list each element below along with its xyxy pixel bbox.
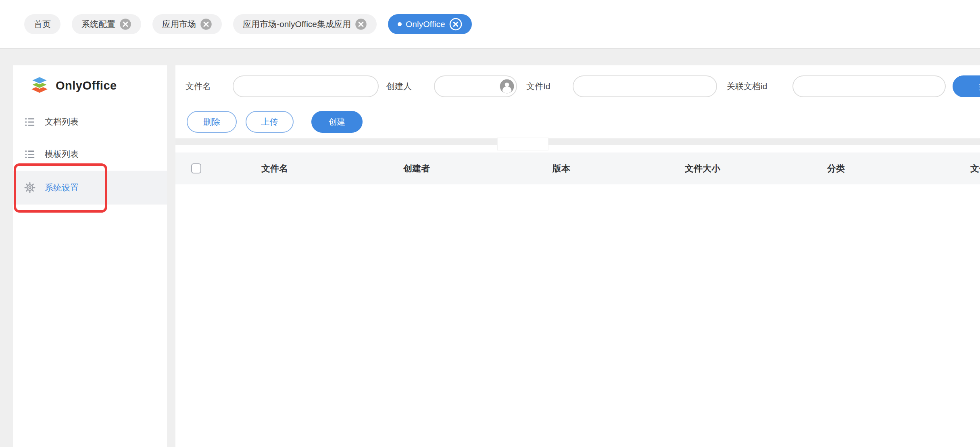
list-icon (24, 149, 35, 160)
tab-system-config[interactable]: 系统配置 (72, 14, 141, 34)
app-logo-text: OnlyOffice (56, 79, 117, 92)
close-icon[interactable] (355, 18, 367, 30)
main-panel: 文件名 创建人 文件Id 关联文档id 搜索 删除 上传 创建 文件名 创建者 (175, 65, 980, 447)
tab-home[interactable]: 首页 (24, 14, 60, 34)
onlyoffice-admin-page: 首页 系统配置 应用市场 应用市场-onlyOffice集成应用 OnlyOff… (0, 0, 980, 447)
filter-label-creator: 创建人 (386, 75, 412, 97)
upload-button[interactable]: 上传 (246, 111, 294, 133)
column-header-filesize: 文件大小 (685, 152, 720, 184)
sidebar-item-label: 文档列表 (45, 116, 79, 127)
creator-input[interactable] (434, 75, 517, 97)
sidebar: OnlyOffice 文档列表 模板列表 (13, 65, 167, 447)
create-button[interactable]: 创建 (311, 111, 363, 133)
search-button[interactable]: 搜索 (953, 75, 980, 97)
tab-label: 系统配置 (81, 19, 115, 30)
filter-label-file-id: 文件Id (526, 75, 550, 97)
gear-icon (24, 182, 35, 193)
tab-app-market[interactable]: 应用市场 (152, 14, 222, 34)
tab-onlyoffice-active[interactable]: OnlyOffice (388, 14, 472, 34)
filename-input[interactable] (233, 75, 379, 97)
table-header-row: 文件名 创建者 版本 文件大小 分类 文件Id (175, 152, 980, 184)
file-id-input[interactable] (573, 75, 717, 97)
divider-strip (175, 138, 980, 145)
app-logo: OnlyOffice (29, 74, 117, 97)
filter-label-filename: 文件名 (186, 75, 211, 97)
tab-app-market-onlyoffice-integration[interactable]: 应用市场-onlyOffice集成应用 (233, 14, 377, 34)
column-header-creator: 创建者 (403, 152, 430, 184)
related-doc-id-input[interactable] (792, 75, 946, 97)
sidebar-item-template-list[interactable]: 模板列表 (13, 138, 167, 170)
select-all-checkbox[interactable] (191, 163, 201, 173)
sidebar-item-system-settings[interactable]: 系统设置 (13, 171, 167, 205)
filter-label-related-doc-id: 关联文档id (727, 75, 767, 97)
tab-label: OnlyOffice (406, 19, 445, 29)
onlyoffice-logo-icon (29, 74, 50, 97)
breadcrumb-tab-bar: 首页 系统配置 应用市场 应用市场-onlyOffice集成应用 OnlyOff… (0, 0, 980, 49)
column-header-filename: 文件名 (261, 152, 288, 184)
sidebar-item-label: 模板列表 (45, 148, 79, 160)
tab-label: 应用市场 (162, 19, 196, 30)
tab-label: 应用市场-onlyOffice集成应用 (243, 19, 351, 30)
close-icon[interactable] (200, 18, 212, 30)
column-header-category: 分类 (827, 152, 845, 184)
close-icon[interactable] (119, 18, 131, 30)
close-icon[interactable] (449, 18, 462, 31)
sidebar-item-label: 系统设置 (45, 182, 79, 193)
column-header-file-id: 文件Id (970, 152, 980, 184)
column-header-version: 版本 (553, 152, 570, 184)
delete-button[interactable]: 删除 (187, 111, 237, 133)
list-icon (24, 117, 35, 127)
active-dot-icon (398, 22, 402, 26)
tab-label: 首页 (34, 19, 51, 30)
scrollbar-thumb (497, 138, 548, 150)
sidebar-item-document-list[interactable]: 文档列表 (13, 106, 167, 138)
